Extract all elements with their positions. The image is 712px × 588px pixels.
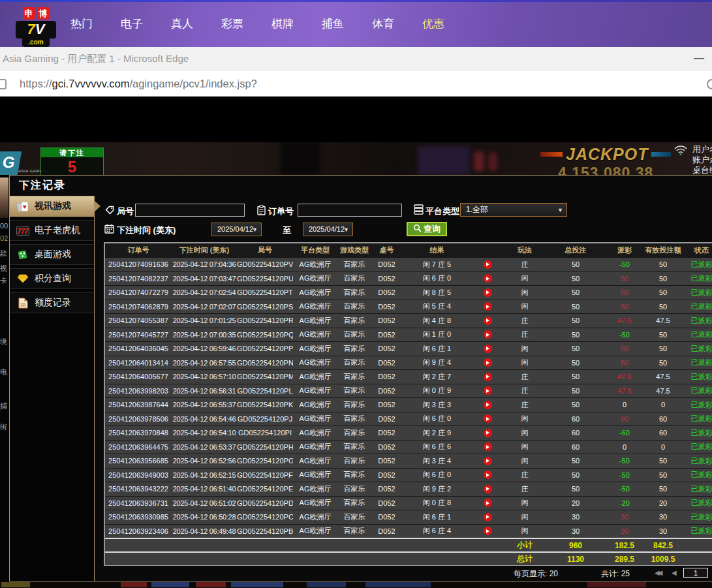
- table-row[interactable]: 250412063943222 2025-04-12 06:51:40 GD05…: [105, 482, 712, 496]
- table-row[interactable]: 250412063964475 2025-04-12 06:53:37 GD05…: [105, 440, 712, 454]
- table-row[interactable]: 250412063956685 2025-04-12 06:52:56 GD05…: [105, 454, 712, 468]
- cards-icon: ♥: [16, 201, 29, 212]
- replay-button[interactable]: [484, 429, 492, 437]
- cell-platform: AG欧洲厅: [293, 372, 337, 382]
- cell-platform: AG欧洲厅: [293, 273, 337, 283]
- platform-type-select[interactable]: 1.全部 ▼: [460, 203, 567, 217]
- nav-item-electronic[interactable]: 电子: [120, 16, 144, 31]
- cell-table-no: D052: [371, 387, 402, 395]
- jackpot-banner: JACKPOT 4,153,080.38: [540, 145, 671, 175]
- cell-table-no: D052: [371, 527, 402, 535]
- replay-button[interactable]: [484, 513, 492, 521]
- cell-order-id: 250412074072279: [105, 288, 172, 296]
- cell-order-id: 250412063949003: [105, 471, 172, 479]
- replay-button[interactable]: [484, 317, 492, 325]
- nav-item-hot[interactable]: 热门: [70, 16, 93, 31]
- sidebar-item-table-games[interactable]: 桌面游戏: [10, 244, 94, 265]
- round-id-input[interactable]: [135, 204, 245, 217]
- nav-item-sports[interactable]: 体育: [371, 16, 395, 31]
- sidebar-item-slots[interactable]: 777 电子老虎机: [10, 220, 94, 241]
- cell-bet-time: 2025-04-12 07:01:25: [172, 317, 237, 324]
- replay-button[interactable]: [484, 330, 492, 339]
- replay-button[interactable]: [484, 499, 492, 507]
- address-bar[interactable]: https://gci.7vvvvvv.com/agingame/pcv1/in…: [0, 70, 712, 97]
- table-row[interactable]: 250412074072279 2025-04-12 07:02:54 GD05…: [105, 285, 712, 300]
- replay-button[interactable]: [484, 274, 492, 283]
- cell-round-id: GD052254120PN: [237, 359, 293, 367]
- date-from-select[interactable]: 2025/04/12 ▼: [211, 223, 262, 236]
- chevron-down-icon: ▼: [252, 224, 258, 236]
- table-row[interactable]: 250412074055387 2025-04-12 07:01:25 GD05…: [105, 313, 712, 328]
- reload-icon[interactable]: [707, 79, 712, 89]
- site-logo[interactable]: 申 博 7V .com: [16, 7, 56, 47]
- table-row[interactable]: 250412064005677 2025-04-12 06:57:10 GD05…: [105, 369, 712, 384]
- minimize-button[interactable]: —: [694, 47, 704, 69]
- table-row[interactable]: 250412064013414 2025-04-12 06:57:55 GD05…: [105, 356, 712, 370]
- date-to-select[interactable]: 2025/04/12 ▼: [303, 223, 353, 236]
- sidebar-item-live-games[interactable]: ♥ 视讯游戏: [10, 196, 94, 217]
- cell-bet-side: 庄: [503, 316, 546, 326]
- page-number-input[interactable]: 1: [683, 568, 708, 578]
- replay-button[interactable]: [484, 358, 492, 367]
- table-row[interactable]: 250412063978506 2025-04-12 06:54:46 GD05…: [105, 412, 712, 426]
- nav-item-promo[interactable]: 优惠: [422, 16, 445, 31]
- replay-button[interactable]: [484, 527, 492, 535]
- table-row[interactable]: 250412074062879 2025-04-12 07:02:07 GD05…: [105, 300, 712, 314]
- prev-page-button[interactable]: ◀: [672, 569, 677, 576]
- nav-item-lottery[interactable]: 彩票: [221, 16, 244, 31]
- replay-button[interactable]: [484, 345, 492, 353]
- cell-payout: 60: [605, 415, 644, 423]
- cell-table-no: D052: [371, 317, 402, 324]
- cell-round-id: GD052254120PF: [237, 471, 293, 479]
- table-row[interactable]: 250412074091636 2025-04-12 07:04:36 GD05…: [105, 257, 712, 271]
- sidebar-item-credit-records[interactable]: 额度记录: [10, 292, 94, 313]
- cell-valid-bet: 50: [644, 345, 682, 352]
- bet-countdown: 5: [68, 158, 76, 175]
- cell-valid-bet: 30: [644, 527, 682, 535]
- table-row[interactable]: 250412063923406 2025-04-12 06:49:48 GD05…: [105, 524, 712, 538]
- cell-valid-bet: 50: [644, 275, 682, 283]
- cell-valid-bet: 50: [644, 471, 682, 479]
- total-valid-bet: 1009.5: [644, 555, 682, 564]
- table-row[interactable]: 250412063936731 2025-04-12 06:51:02 GD05…: [105, 496, 712, 510]
- replay-button[interactable]: [484, 260, 492, 269]
- play-icon: [486, 262, 489, 266]
- search-button[interactable]: 查询: [407, 222, 447, 236]
- table-row[interactable]: 250412064036045 2025-04-12 06:59:46 GD05…: [105, 341, 712, 356]
- table-row[interactable]: 250412063987644 2025-04-12 06:55:37 GD05…: [105, 397, 712, 412]
- cell-game-type: 百家乐: [337, 470, 371, 480]
- table-row[interactable]: 250412074082237 2025-04-12 07:03:47 GD05…: [105, 271, 712, 286]
- table-row[interactable]: 250412074045727 2025-04-12 07:00:35 GD05…: [105, 328, 712, 342]
- play-icon: [486, 501, 489, 505]
- order-id-input[interactable]: [298, 204, 402, 217]
- replay-button[interactable]: [484, 471, 492, 479]
- cell-bet-side: 闲: [503, 456, 546, 466]
- table-row[interactable]: 250412063930985 2025-04-12 06:50:28 GD05…: [105, 510, 712, 524]
- replay-button[interactable]: [484, 442, 492, 451]
- cell-bet-side: 庄: [503, 386, 546, 395]
- user-name-label: 用户名称: [692, 144, 712, 155]
- replay-button[interactable]: [484, 485, 492, 493]
- table-row[interactable]: 250412063949003 2025-04-12 06:52:15 GD05…: [105, 468, 712, 482]
- first-page-button[interactable]: ◀◀: [655, 569, 660, 576]
- replay-button[interactable]: [484, 401, 492, 409]
- replay-button[interactable]: [484, 414, 492, 423]
- cell-game-type: 百家乐: [337, 456, 371, 466]
- sidebar-item-points[interactable]: 积分查询: [10, 268, 94, 289]
- nav-item-board[interactable]: 棋牌: [271, 16, 294, 31]
- replay-button[interactable]: [484, 386, 492, 395]
- nav-item-live[interactable]: 真人: [170, 16, 194, 31]
- table-row[interactable]: 250412063970848 2025-04-12 06:54:10 GD05…: [105, 426, 712, 440]
- replay-button[interactable]: [484, 302, 492, 311]
- cell-table-no: D052: [371, 331, 402, 339]
- play-icon: [486, 529, 489, 533]
- main-menu: 热门 电子 真人 彩票 棋牌 捕鱼 体育 优惠: [70, 0, 445, 47]
- url-text[interactable]: https://gci.7vvvvvv.com/agingame/pcv1/in…: [20, 70, 257, 97]
- replay-button[interactable]: [484, 288, 492, 297]
- table-row[interactable]: 250412063998203 2025-04-12 06:56:31 GD05…: [105, 384, 712, 398]
- cell-replay: [472, 485, 503, 493]
- nav-item-fishing[interactable]: 捕鱼: [321, 16, 345, 31]
- replay-button[interactable]: [484, 373, 492, 381]
- subtotal-row: 小计 960 182.5 842.5: [105, 538, 712, 551]
- replay-button[interactable]: [484, 457, 492, 465]
